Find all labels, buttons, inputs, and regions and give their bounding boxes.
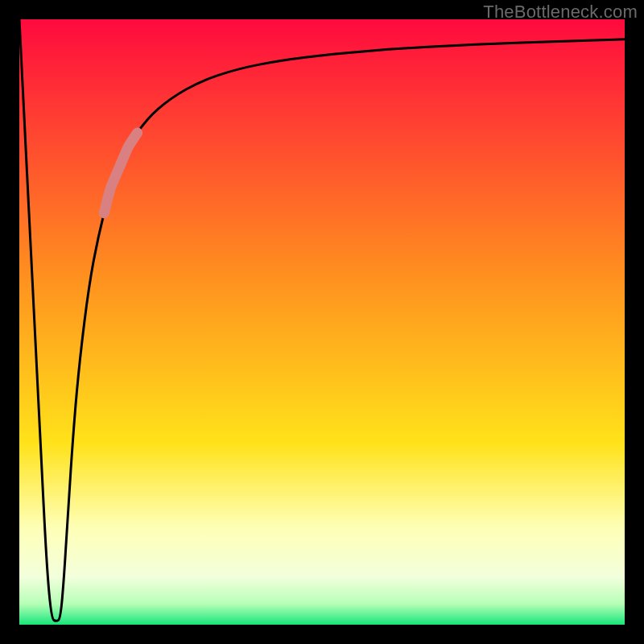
attribution-text: TheBottleneck.com bbox=[483, 2, 638, 23]
bottleneck-chart bbox=[19, 19, 625, 625]
gradient-background bbox=[19, 19, 625, 625]
plot-area bbox=[19, 19, 625, 625]
chart-frame: TheBottleneck.com bbox=[0, 0, 644, 644]
